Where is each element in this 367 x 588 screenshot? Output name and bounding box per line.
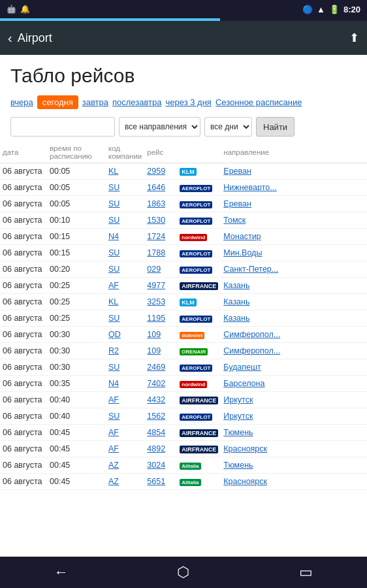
- flight-link[interactable]: 5651: [147, 477, 165, 486]
- table-row: 06 августа 00:45 AZ 3024 Alitalia Тюмень: [0, 457, 367, 474]
- destination-link[interactable]: Будапешт: [223, 363, 261, 372]
- destination-link[interactable]: Казань: [223, 281, 249, 290]
- destination-link[interactable]: Нижневарто...: [223, 183, 276, 192]
- flight-link[interactable]: 1562: [147, 412, 165, 421]
- code-link[interactable]: AZ: [108, 477, 119, 486]
- destination-link[interactable]: Тюмень: [223, 461, 253, 470]
- code-link[interactable]: SU: [108, 199, 120, 208]
- destination-link[interactable]: Симферопол...: [223, 330, 280, 339]
- flight-link[interactable]: 7402: [147, 379, 165, 388]
- flight-time: 00:45: [47, 441, 106, 457]
- destination-link[interactable]: Симферопол...: [223, 346, 280, 355]
- flight-link[interactable]: 1724: [147, 232, 165, 241]
- destination-link[interactable]: Красноярск: [223, 477, 267, 486]
- flight-link[interactable]: 4854: [147, 428, 165, 437]
- flight-time: 00:05: [47, 180, 106, 196]
- flight-link[interactable]: 2959: [147, 167, 165, 176]
- tab-seasonal[interactable]: Сезонное расписание: [215, 97, 302, 107]
- destination-link[interactable]: Томск: [223, 216, 246, 225]
- destination-link[interactable]: Ереван: [223, 199, 251, 208]
- flight-link[interactable]: 3024: [147, 461, 165, 470]
- destination-link[interactable]: Мин.Воды: [223, 248, 262, 257]
- flight-link[interactable]: 1646: [147, 183, 165, 192]
- destination-link[interactable]: Красноярск: [223, 444, 267, 453]
- flight-time: 00:35: [47, 376, 106, 392]
- code-link[interactable]: SU: [108, 363, 120, 372]
- airline-badge: ORENAIR: [180, 348, 208, 355]
- direction-select[interactable]: все направления: [119, 117, 200, 137]
- code-link[interactable]: N4: [108, 232, 119, 241]
- table-row: 06 августа 00:25 AF 4977 AIRFRANCE Казан…: [0, 278, 367, 294]
- recents-nav-button[interactable]: ▭: [286, 557, 325, 588]
- code-link[interactable]: KL: [108, 297, 118, 306]
- search-input[interactable]: [10, 117, 115, 137]
- flight-link[interactable]: 1530: [147, 216, 165, 225]
- destination-link[interactable]: Монастир: [223, 232, 261, 241]
- tab-in3days[interactable]: через 3 дня: [166, 97, 212, 107]
- back-nav-button[interactable]: ←: [42, 557, 81, 588]
- code-link[interactable]: R2: [108, 346, 119, 355]
- home-nav-button[interactable]: ⬡: [164, 557, 203, 588]
- find-button[interactable]: Найти: [256, 117, 295, 137]
- code-link[interactable]: N4: [108, 379, 119, 388]
- destination-link[interactable]: Казань: [223, 297, 249, 306]
- flight-code: AF: [106, 425, 144, 441]
- airline-logo: AIRFRANCE: [177, 392, 221, 408]
- tab-tomorrow[interactable]: завтра: [82, 97, 108, 107]
- code-link[interactable]: KL: [108, 167, 118, 176]
- flight-time: 00:10: [47, 212, 106, 229]
- code-link[interactable]: AZ: [108, 461, 119, 470]
- code-link[interactable]: AF: [108, 428, 119, 437]
- code-link[interactable]: QD: [108, 330, 121, 339]
- code-link[interactable]: SU: [108, 265, 120, 274]
- code-link[interactable]: SU: [108, 248, 120, 257]
- airline-badge: AEROFLOT: [180, 267, 212, 274]
- destination-link[interactable]: Иркутск: [223, 395, 253, 404]
- flight-date: 06 августа: [0, 245, 47, 261]
- flight-number: 1788: [144, 245, 177, 261]
- flight-destination: Симферопол...: [221, 343, 367, 359]
- flight-link[interactable]: 109: [147, 346, 161, 355]
- flight-link[interactable]: 1788: [147, 248, 165, 257]
- flight-code: AZ: [106, 474, 144, 490]
- destination-link[interactable]: Казань: [223, 314, 249, 323]
- flight-date: 06 августа: [0, 343, 47, 359]
- code-link[interactable]: AF: [108, 444, 119, 453]
- airline-badge: AEROFLOT: [180, 365, 212, 372]
- flight-link[interactable]: 2469: [147, 363, 165, 372]
- flight-number: 2959: [144, 163, 177, 180]
- flight-link[interactable]: 029: [147, 265, 161, 274]
- tab-yesterday[interactable]: вчера: [10, 97, 33, 107]
- day-select[interactable]: все дни: [204, 117, 252, 137]
- destination-link[interactable]: Санкт-Петер...: [223, 265, 278, 274]
- destination-link[interactable]: Тюмень: [223, 428, 253, 437]
- table-row: 06 августа 00:05 SU 1646 AEROFLOT Нижнев…: [0, 180, 367, 196]
- code-link[interactable]: AF: [108, 281, 119, 290]
- tab-aftertomorrow[interactable]: послезавтра: [112, 97, 162, 107]
- flight-link[interactable]: 4977: [147, 281, 165, 290]
- tab-today[interactable]: сегодня: [37, 95, 78, 109]
- flight-date: 06 августа: [0, 180, 47, 196]
- flight-link[interactable]: 3253: [147, 297, 165, 306]
- status-bar-left: 🤖 🔔: [7, 5, 30, 14]
- code-link[interactable]: SU: [108, 314, 120, 323]
- code-link[interactable]: AF: [108, 395, 119, 404]
- airline-logo: AEROFLOT: [177, 310, 221, 327]
- back-button[interactable]: ‹: [8, 31, 12, 46]
- flight-link[interactable]: 1863: [147, 199, 165, 208]
- destination-link[interactable]: Иркутск: [223, 412, 253, 421]
- code-link[interactable]: SU: [108, 183, 120, 192]
- destination-link[interactable]: Ереван: [223, 167, 251, 176]
- flight-link[interactable]: 1195: [147, 314, 165, 323]
- flight-link[interactable]: 4432: [147, 395, 165, 404]
- code-link[interactable]: SU: [108, 412, 120, 421]
- code-link[interactable]: SU: [108, 216, 120, 225]
- share-button[interactable]: ⬆: [349, 31, 359, 45]
- flight-destination: Ереван: [221, 196, 367, 212]
- flight-link[interactable]: 4892: [147, 444, 165, 453]
- flight-link[interactable]: 109: [147, 330, 161, 339]
- destination-link[interactable]: Барселона: [223, 379, 264, 388]
- bottom-nav: ← ⬡ ▭: [0, 557, 367, 588]
- table-row: 06 августа 00:15 N4 1724 nordwind Монаст…: [0, 229, 367, 245]
- table-scroll[interactable]: дата время по расписанию код компании ре…: [0, 140, 367, 549]
